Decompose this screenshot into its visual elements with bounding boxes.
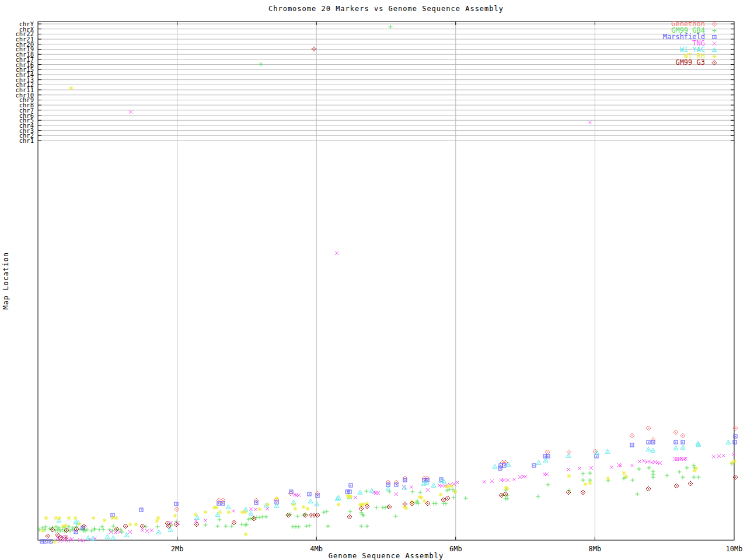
data-point [365, 489, 369, 494]
data-point [733, 475, 738, 480]
data-point [523, 475, 527, 478]
data-point [97, 528, 102, 532]
legend-marker-icon [708, 27, 720, 34]
data-point [174, 507, 179, 512]
data-point [606, 477, 610, 481]
data-point [348, 490, 351, 494]
data-point [452, 496, 456, 500]
data-point [673, 430, 678, 435]
data-point [362, 502, 366, 506]
data-point [588, 471, 592, 475]
data-point [226, 505, 231, 509]
data-point [244, 533, 248, 537]
data-point [275, 496, 279, 501]
data-point [681, 440, 685, 444]
data-point [642, 459, 645, 463]
legend-marker-icon [708, 21, 720, 27]
series-gm99-g3 [46, 47, 738, 540]
data-point [536, 495, 540, 499]
data-point [337, 503, 341, 507]
data-point [493, 464, 497, 468]
data-point [56, 536, 60, 540]
data-point [139, 508, 143, 512]
data-point [589, 466, 593, 470]
data-point [624, 475, 629, 479]
data-point [688, 481, 693, 486]
data-point [111, 536, 116, 540]
data-point [227, 510, 231, 514]
data-point [647, 440, 650, 444]
data-point [58, 516, 62, 520]
data-point [442, 480, 446, 484]
data-point [347, 514, 352, 519]
data-point [685, 466, 689, 470]
data-point [325, 510, 329, 514]
data-point [425, 501, 430, 506]
data-point [145, 529, 149, 533]
data-point [243, 523, 247, 527]
data-point [439, 493, 443, 497]
y-axis-label: Map Location [2, 252, 10, 310]
data-point [64, 536, 68, 540]
data-point [105, 534, 110, 538]
axes-layer [38, 22, 734, 540]
data-point [403, 478, 407, 482]
data-point [67, 539, 70, 542]
data-point [658, 461, 662, 465]
data-point [581, 490, 585, 495]
data-point [646, 447, 651, 451]
data-points-layer [37, 25, 738, 544]
data-point [315, 502, 319, 506]
data-point [532, 464, 536, 467]
data-point [545, 450, 550, 454]
data-point [53, 540, 57, 544]
data-point [258, 516, 262, 520]
data-point [450, 484, 454, 488]
legend-marker-icon [708, 53, 720, 60]
data-point [581, 478, 585, 482]
data-point [335, 251, 338, 255]
x-tick-label: 2Mb [165, 545, 190, 553]
data-point [249, 511, 253, 515]
x-tick-label: 8Mb [582, 545, 608, 553]
data-point [111, 516, 115, 520]
data-point [140, 524, 145, 528]
series-genethon [174, 426, 738, 512]
data-point [74, 516, 78, 520]
x-tick-label: 6Mb [443, 545, 469, 553]
data-point [176, 522, 180, 525]
data-point [312, 513, 316, 517]
data-point [69, 86, 74, 90]
data-point [90, 536, 95, 540]
legend-marker-icon [708, 40, 720, 47]
data-point [418, 491, 423, 495]
data-point [128, 530, 132, 534]
data-point [215, 506, 219, 510]
data-point [410, 485, 413, 489]
data-point [502, 478, 505, 482]
y-category-label: chr1 [0, 138, 34, 144]
data-point [453, 490, 458, 494]
data-point [245, 523, 249, 527]
data-point [722, 454, 725, 457]
data-point [446, 485, 451, 489]
data-point [673, 446, 678, 450]
data-point [292, 503, 296, 507]
series-wi-rh [41, 86, 737, 544]
data-point [258, 508, 262, 512]
plot-border [38, 22, 734, 540]
data-point [394, 514, 398, 519]
data-point [717, 454, 721, 458]
data-point [694, 467, 699, 471]
data-point [420, 496, 424, 500]
data-point [129, 110, 132, 114]
data-point [733, 460, 737, 464]
data-point [505, 487, 509, 491]
data-point [617, 463, 621, 467]
data-point [665, 474, 669, 478]
data-point [452, 482, 456, 486]
data-point [483, 480, 486, 484]
data-point [440, 484, 444, 488]
series-tng [56, 110, 735, 542]
data-point [567, 468, 570, 471]
